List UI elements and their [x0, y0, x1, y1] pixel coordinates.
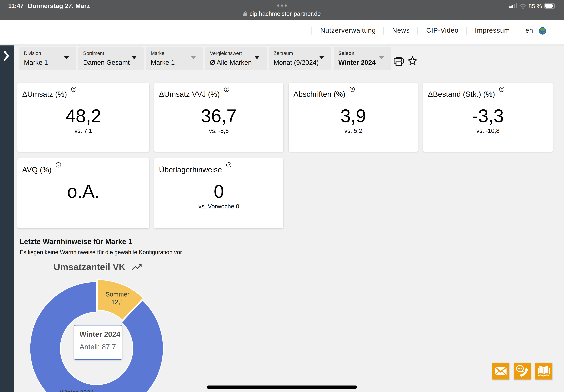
svg-text:85 %: 85 %: [529, 3, 542, 10]
svg-text:?: ?: [501, 87, 503, 91]
svg-text:?: ?: [228, 163, 230, 167]
svg-text:?: ?: [57, 163, 59, 167]
svg-text:?: ?: [226, 87, 228, 91]
svg-text:?: ?: [73, 87, 75, 91]
svg-text:?: ?: [351, 87, 353, 91]
